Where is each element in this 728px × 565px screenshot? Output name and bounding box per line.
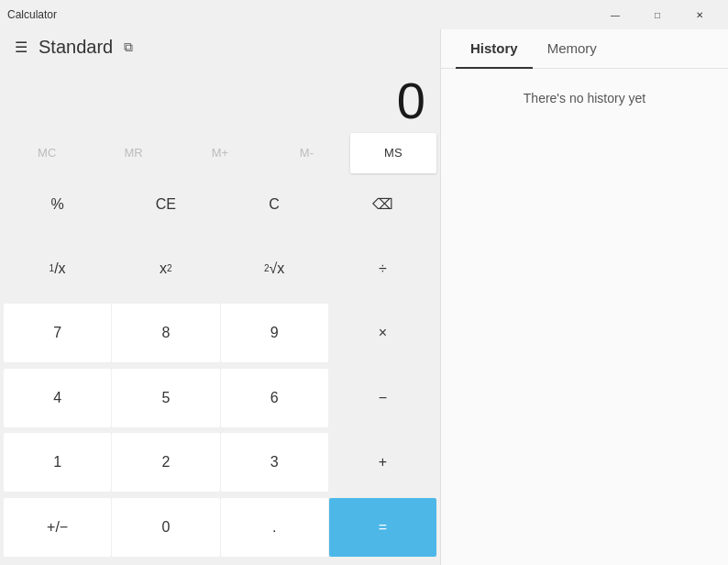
memory-add-button[interactable]: M+ [177,133,263,173]
calc-title: Standard [39,37,113,58]
history-tab[interactable]: History [456,29,533,69]
nine-button[interactable]: 9 [221,304,328,362]
two-button[interactable]: 2 [112,433,219,492]
title-bar-controls: — □ ✕ [594,0,721,29]
add-button[interactable]: + [329,433,436,492]
history-empty-message: There's no history yet [524,91,645,105]
display-area: 0 [0,65,440,133]
window-mode-icon[interactable]: ⧉ [124,39,133,55]
right-panel: History Memory There's no history yet [440,29,728,565]
four-button[interactable]: 4 [4,369,111,427]
app-container: ☰ Standard ⧉ 0 MC MR M+ M- MS % CE C ⌫ 1… [0,29,728,565]
calc-header: ☰ Standard ⧉ [0,29,440,65]
tabs-header: History Memory [441,29,728,69]
zero-button[interactable]: 0 [112,498,219,557]
close-button[interactable]: ✕ [678,0,721,29]
title-bar-left: Calculator [7,8,57,21]
square-button[interactable]: x2 [112,239,219,298]
memory-row: MC MR M+ M- MS [0,133,440,173]
divide-button[interactable]: ÷ [329,239,436,298]
memory-tab[interactable]: Memory [533,29,612,69]
memory-clear-button[interactable]: MC [4,133,90,173]
one-button[interactable]: 1 [4,433,111,492]
six-button[interactable]: 6 [221,369,328,427]
decimal-button[interactable]: . [221,498,328,557]
display-value: 0 [15,72,425,129]
title-bar: Calculator — □ ✕ [0,0,728,29]
memory-recall-button[interactable]: MR [90,133,176,173]
seven-button[interactable]: 7 [4,304,111,362]
history-tab-content: There's no history yet [441,69,728,565]
minimize-button[interactable]: — [594,0,636,29]
three-button[interactable]: 3 [221,433,328,492]
subtract-button[interactable]: − [329,369,436,427]
equals-button[interactable]: = [329,498,436,557]
multiply-button[interactable]: × [329,304,436,362]
maximize-button[interactable]: □ [636,0,678,29]
percent-button[interactable]: % [4,175,111,234]
calc-grid: % CE C ⌫ 1/x x2 2√x ÷ 7 8 9 × 4 5 6 − 1 … [0,175,440,565]
memory-store-button[interactable]: MS [350,133,436,173]
ce-button[interactable]: CE [112,175,219,234]
five-button[interactable]: 5 [112,369,219,427]
eight-button[interactable]: 8 [112,304,219,362]
clear-button[interactable]: C [221,175,328,234]
backspace-button[interactable]: ⌫ [329,175,436,234]
calc-panel: ☰ Standard ⧉ 0 MC MR M+ M- MS % CE C ⌫ 1… [0,29,440,565]
memory-subtract-button[interactable]: M- [263,133,349,173]
hamburger-icon[interactable]: ☰ [15,39,28,56]
inverse-button[interactable]: 1/x [4,239,111,298]
plusminus-button[interactable]: +/− [4,498,111,557]
sqrt-button[interactable]: 2√x [221,239,328,298]
app-title: Calculator [7,8,57,21]
